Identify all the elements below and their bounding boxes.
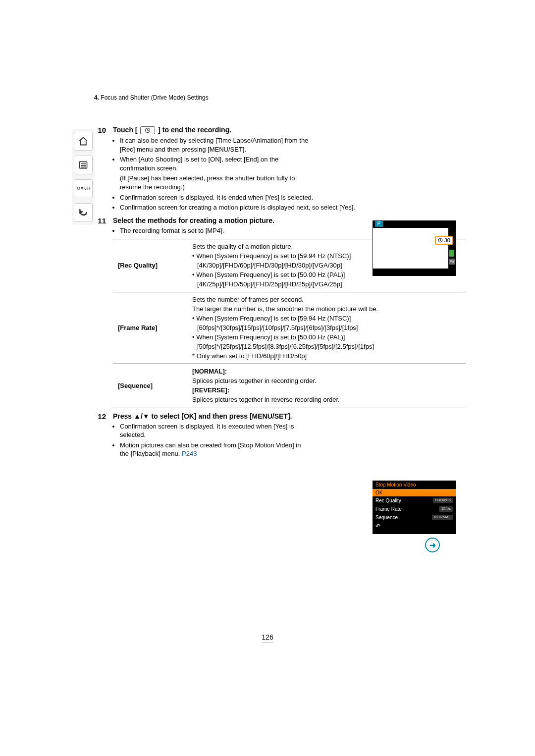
menu-row: Frame Rate15fps — [373, 505, 456, 513]
menu-row: SequenceNORMAL — [373, 513, 456, 522]
breadcrumb-text: Focus and Shutter (Drive Mode) Settings — [101, 94, 208, 101]
step-number: 12 — [94, 412, 106, 460]
side-button-indicator — [449, 250, 454, 257]
breadcrumb: 4. Focus and Shutter (Drive Mode) Settin… — [69, 94, 466, 101]
mode-indicator: P — [375, 221, 383, 227]
menu-ok: OK — [373, 489, 456, 496]
bullet: Motion pictures can also be created from… — [120, 441, 311, 458]
fn-indicator: Fn — [449, 259, 455, 265]
setting-key: [Frame Rate] — [113, 292, 187, 364]
breadcrumb-number: 4. — [94, 94, 99, 101]
setting-desc: [NORMAL]: Splices pictures together in r… — [187, 364, 466, 408]
bullet: Confirmation screen is displayed. It is … — [120, 422, 311, 439]
step-number: 11 — [94, 216, 106, 408]
bullet: Confirmation screen for creating a motio… — [120, 203, 395, 212]
bullet: Confirmation screen is displayed. It is … — [120, 193, 395, 202]
sub-note: (If [Pause] has been selected, press the… — [113, 174, 311, 191]
step-title: Press ▲/▼ to select [OK] and then press … — [113, 412, 311, 420]
page-number: 126 — [69, 633, 466, 641]
menu-title: Stop Motion Video — [373, 481, 456, 489]
next-page-arrow-icon[interactable]: ➜ — [425, 538, 440, 552]
step-10: 10 Touch [ ] to end the recording. It ca… — [69, 126, 466, 214]
back-icon: ↶ — [373, 522, 456, 531]
step-number: 10 — [94, 126, 106, 214]
bullet: It can also be ended by selecting [Time … — [120, 136, 311, 154]
menu-row: Rec QualityFHD/60p — [373, 496, 456, 505]
setting-key: [Sequence] — [113, 364, 187, 408]
stop-motion-icon — [140, 126, 155, 134]
table-row: [Frame Rate] Sets the number of frames p… — [113, 292, 466, 364]
page-content: 4. Focus and Shutter (Drive Mode) Settin… — [69, 94, 466, 463]
table-row: [Sequence] [NORMAL]: Splices pictures to… — [113, 364, 466, 408]
bullet: The recording format is set to [MP4]. — [120, 226, 395, 235]
camera-screen-preview: P 30 Fn — [373, 220, 456, 276]
step-12: 12 Press ▲/▼ to select [OK] and then pre… — [69, 412, 466, 460]
frame-count-pill: 30 — [435, 236, 453, 245]
setting-key: [Rec Quality] — [113, 239, 187, 292]
bullet: When [Auto Shooting] is set to [ON], sel… — [120, 155, 311, 172]
page-link[interactable]: P243 — [182, 450, 197, 457]
step-title: Touch [ ] to end the recording. — [113, 126, 466, 134]
setting-desc: Sets the number of frames per second. Th… — [187, 292, 466, 364]
menu-screen-preview: Stop Motion Video OK Rec QualityFHD/60p … — [373, 481, 456, 534]
